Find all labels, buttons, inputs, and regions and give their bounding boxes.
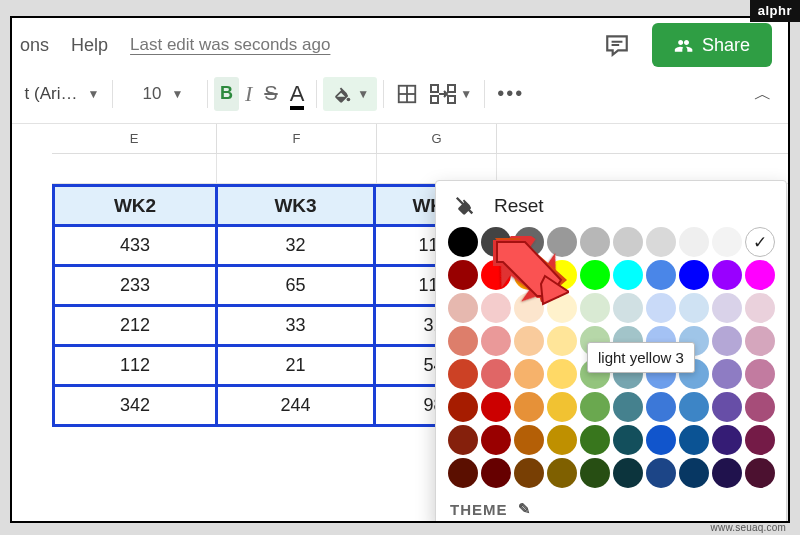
color-swatch[interactable] [679,293,709,323]
strikethrough-button[interactable]: S [258,77,283,111]
color-swatch[interactable] [679,458,709,488]
color-swatch[interactable] [580,392,610,422]
color-swatch[interactable] [613,227,643,257]
color-swatch[interactable] [712,293,742,323]
color-swatch[interactable] [514,458,544,488]
color-swatch[interactable] [481,458,511,488]
collapse-toolbar-icon[interactable]: ︿ [754,82,772,106]
color-swatch[interactable] [745,293,775,323]
font-size-picker[interactable]: 10 ▼ [133,77,193,111]
color-swatch[interactable] [745,326,775,356]
color-swatch[interactable] [514,293,544,323]
color-swatch[interactable] [580,227,610,257]
color-swatch[interactable] [679,392,709,422]
color-swatch[interactable] [712,359,742,389]
color-swatch[interactable] [547,260,577,290]
separator [316,80,317,108]
color-swatch[interactable] [481,227,511,257]
color-swatch[interactable]: ✓ [745,227,775,257]
svg-point-0 [347,97,351,101]
text-color-button[interactable]: A [290,81,305,107]
color-swatch[interactable] [613,392,643,422]
color-swatch[interactable] [613,293,643,323]
color-swatch[interactable] [448,359,478,389]
color-swatch[interactable] [481,260,511,290]
color-swatch[interactable] [448,326,478,356]
color-swatch[interactable] [679,260,709,290]
color-swatch[interactable] [547,293,577,323]
color-swatch[interactable] [745,425,775,455]
color-swatch[interactable] [481,425,511,455]
color-swatch[interactable] [448,392,478,422]
col-header-g[interactable]: G [377,124,497,153]
color-swatch[interactable] [514,425,544,455]
color-swatch[interactable] [679,227,709,257]
color-swatch[interactable] [547,392,577,422]
color-swatch[interactable] [481,293,511,323]
color-swatch[interactable] [646,227,676,257]
last-edit-link[interactable]: Last edit was seconds ago [130,35,330,55]
color-swatch[interactable] [646,392,676,422]
color-swatch[interactable] [547,425,577,455]
pencil-icon[interactable]: ✎ [518,500,532,518]
color-swatch[interactable] [712,425,742,455]
fill-color-button[interactable]: ▼ [323,77,377,111]
color-swatch[interactable] [547,458,577,488]
more-toolbar-button[interactable]: ••• [491,77,530,111]
color-swatch[interactable] [481,392,511,422]
color-swatch[interactable] [448,425,478,455]
color-swatch[interactable] [448,293,478,323]
color-swatch[interactable] [745,359,775,389]
share-button[interactable]: Share [652,23,772,67]
color-swatch[interactable] [745,458,775,488]
data-table[interactable]: WK2 WK3 WK4 43332112 23365112 2123331 11… [52,184,494,427]
color-swatch[interactable] [712,227,742,257]
header-wk2[interactable]: WK2 [54,186,217,226]
italic-button[interactable]: I [239,77,258,111]
color-swatch[interactable] [448,227,478,257]
color-swatch[interactable] [646,260,676,290]
color-swatch[interactable] [712,458,742,488]
color-swatch[interactable] [679,425,709,455]
color-swatch[interactable] [481,359,511,389]
bold-button[interactable]: B [214,77,239,111]
color-swatch[interactable] [448,458,478,488]
menu-help[interactable]: Help [71,35,108,56]
color-swatch[interactable] [613,260,643,290]
merge-cells-button[interactable]: ▼ [424,77,478,111]
reset-label: Reset [494,195,544,217]
color-swatch[interactable] [514,260,544,290]
color-swatch[interactable] [580,425,610,455]
color-swatch[interactable] [745,260,775,290]
color-swatch[interactable] [481,326,511,356]
col-header-e[interactable]: E [52,124,217,153]
color-swatch[interactable] [514,392,544,422]
color-swatch[interactable] [646,458,676,488]
separator [383,80,384,108]
color-swatch[interactable] [646,425,676,455]
col-header-f[interactable]: F [217,124,377,153]
menu-addons[interactable]: ons [20,35,49,56]
color-swatch[interactable] [580,458,610,488]
comment-icon[interactable] [604,32,630,58]
color-swatch[interactable] [514,326,544,356]
color-swatch[interactable] [613,458,643,488]
color-swatch[interactable] [514,359,544,389]
color-swatch[interactable] [712,260,742,290]
color-swatch[interactable] [547,227,577,257]
color-swatch[interactable] [580,293,610,323]
color-swatch[interactable] [448,260,478,290]
color-swatch[interactable] [514,227,544,257]
color-swatch[interactable] [580,260,610,290]
color-swatch[interactable] [745,392,775,422]
color-swatch[interactable] [646,293,676,323]
color-swatch[interactable] [613,425,643,455]
color-swatch[interactable] [712,326,742,356]
color-swatch[interactable] [547,326,577,356]
borders-button[interactable] [390,77,424,111]
reset-color-button[interactable]: Reset [454,195,772,217]
color-swatch[interactable] [547,359,577,389]
color-swatch[interactable] [712,392,742,422]
header-wk3[interactable]: WK3 [217,186,375,226]
font-family-picker[interactable]: t (Ari… ▼ [18,77,106,111]
